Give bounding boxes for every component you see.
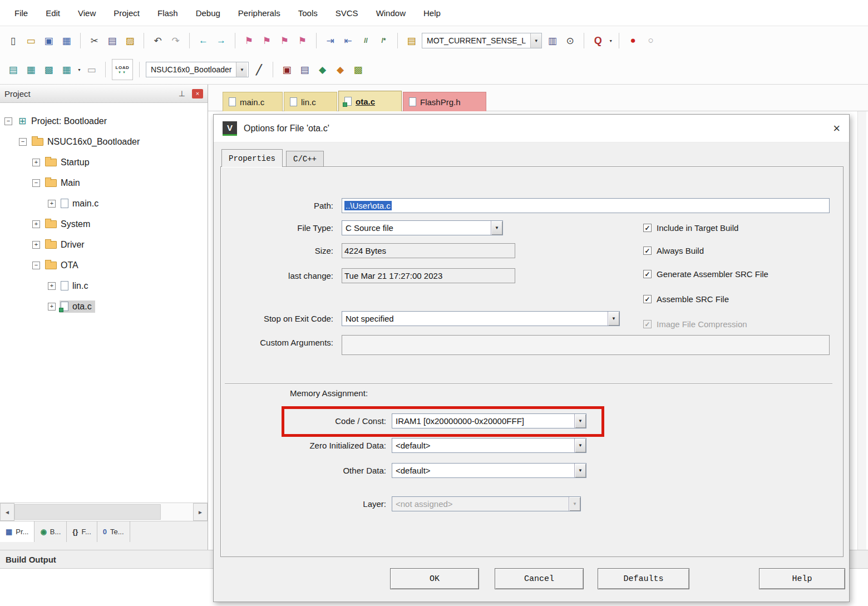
chevron-down-icon[interactable]: ▼ bbox=[574, 439, 586, 452]
expander-icon[interactable]: − bbox=[19, 138, 27, 146]
checkbox-assemble-src-file[interactable]: ✓ Assemble SRC File bbox=[643, 294, 729, 304]
custom-arguments-input[interactable] bbox=[342, 335, 830, 355]
menu-flash[interactable]: Flash bbox=[157, 8, 178, 18]
find-in-files-icon[interactable]: ▥ bbox=[545, 33, 560, 48]
clear-bookmarks-icon[interactable]: ⚑ bbox=[295, 33, 310, 48]
defaults-button[interactable]: Defaults bbox=[598, 568, 689, 589]
editor-vertical-scrollbar[interactable] bbox=[857, 111, 866, 550]
menu-file[interactable]: File bbox=[14, 8, 28, 18]
code-const-select[interactable]: IRAM1 [0x20000000-0x20000FFF] ▼ bbox=[392, 413, 586, 428]
tab-c-cpp[interactable]: C/C++ bbox=[286, 151, 324, 166]
tree-item-main-group[interactable]: − Main bbox=[0, 173, 208, 193]
expander-icon[interactable]: + bbox=[32, 220, 40, 228]
panel-close-icon[interactable]: × bbox=[192, 89, 203, 98]
toggle-bookmark-icon[interactable]: ⚑ bbox=[241, 33, 257, 48]
menu-svcs[interactable]: SVCS bbox=[336, 8, 358, 18]
menu-tools[interactable]: Tools bbox=[298, 8, 318, 18]
chevron-down-icon[interactable]: ▼ bbox=[530, 33, 541, 48]
menu-peripherals[interactable]: Peripherals bbox=[238, 8, 280, 18]
menu-debug[interactable]: Debug bbox=[196, 8, 220, 18]
tab-functions-pane[interactable]: {} F... bbox=[67, 521, 97, 542]
navigate-forward-icon[interactable]: → bbox=[214, 33, 229, 48]
expander-icon[interactable]: + bbox=[32, 159, 40, 166]
outdent-icon[interactable]: ⇤ bbox=[341, 33, 356, 48]
menu-view[interactable]: View bbox=[78, 8, 96, 18]
help-button[interactable]: Help bbox=[759, 568, 845, 589]
save-all-icon[interactable]: ▦ bbox=[59, 33, 74, 48]
tree-item-driver[interactable]: + Driver bbox=[0, 234, 208, 255]
save-icon[interactable]: ▣ bbox=[41, 33, 56, 48]
cancel-button[interactable]: Cancel bbox=[495, 568, 584, 589]
tab-templates-pane[interactable]: 0 Te... bbox=[97, 521, 130, 542]
pack-installer-icon[interactable]: ◆ bbox=[315, 62, 330, 77]
chevron-down-icon[interactable]: ▼ bbox=[574, 414, 586, 428]
scroll-right-icon[interactable]: ► bbox=[193, 503, 208, 521]
dialog-close-button[interactable]: × bbox=[833, 122, 840, 135]
navigate-back-icon[interactable]: ← bbox=[196, 33, 211, 48]
menu-project[interactable]: Project bbox=[114, 8, 140, 18]
breakpoint-icon[interactable]: ● bbox=[625, 33, 640, 48]
uncomment-selection-icon[interactable]: /* bbox=[376, 33, 391, 48]
comment-selection-icon[interactable]: // bbox=[358, 33, 373, 48]
undo-icon[interactable]: ↶ bbox=[150, 33, 165, 48]
load-flash-button[interactable]: LOAD ▼▼ bbox=[112, 59, 133, 80]
tab-project-pane[interactable]: ▦ Pr... bbox=[0, 521, 34, 542]
quick-search-icon[interactable]: Q bbox=[590, 33, 605, 48]
tree-item-main-c[interactable]: + main.c bbox=[0, 193, 208, 214]
checkbox-generate-assembler-src[interactable]: ✓ Generate Assembler SRC File bbox=[643, 269, 768, 279]
path-input[interactable]: ..\User\ota.c bbox=[342, 198, 830, 213]
checkbox-include-in-target-build[interactable]: ✓ Include in Target Build bbox=[643, 223, 738, 233]
chevron-down-icon[interactable]: ▼ bbox=[77, 68, 81, 72]
other-data-select[interactable]: <default> ▼ bbox=[392, 463, 586, 478]
menu-window[interactable]: Window bbox=[376, 8, 406, 18]
new-file-icon[interactable]: ▯ bbox=[6, 33, 21, 48]
options-for-target-icon[interactable]: ╱ bbox=[251, 62, 267, 77]
expander-icon[interactable]: + bbox=[48, 303, 56, 311]
configure-flags-icon[interactable]: ▤ bbox=[404, 33, 419, 48]
next-bookmark-icon[interactable]: ⚑ bbox=[259, 33, 274, 48]
chevron-down-icon[interactable]: ▼ bbox=[608, 312, 619, 326]
expander-icon[interactable]: − bbox=[4, 117, 12, 125]
open-folder-icon[interactable]: ▭ bbox=[23, 33, 38, 48]
build-icon[interactable]: ▦ bbox=[23, 62, 38, 77]
chevron-down-icon[interactable]: ▼ bbox=[609, 39, 613, 43]
tree-item-lin-c[interactable]: + lin.c bbox=[0, 275, 208, 296]
scrollbar-thumb[interactable] bbox=[14, 504, 161, 520]
expander-icon[interactable]: − bbox=[32, 179, 40, 187]
expander-icon[interactable]: + bbox=[32, 241, 40, 249]
cut-icon[interactable]: ✂ bbox=[87, 33, 102, 48]
flash-tools-icon[interactable]: ▩ bbox=[351, 62, 366, 77]
binoculars-search-icon[interactable]: ⊙ bbox=[563, 33, 578, 48]
scrollbar-track[interactable] bbox=[14, 503, 193, 521]
tab-lin-c[interactable]: lin.c bbox=[284, 92, 337, 111]
tree-item-ota-c[interactable]: + ota.c bbox=[0, 296, 208, 317]
copy-icon[interactable]: ▤ bbox=[105, 33, 120, 48]
expander-icon[interactable]: + bbox=[48, 282, 56, 290]
books-window-icon[interactable]: ▤ bbox=[297, 62, 312, 77]
zero-initialized-data-select[interactable]: <default> ▼ bbox=[392, 438, 586, 453]
manage-runtime-environment-icon[interactable]: ◆ bbox=[333, 62, 348, 77]
tab-main-c[interactable]: main.c bbox=[223, 92, 283, 111]
batch-build-icon[interactable]: ▦ bbox=[59, 62, 74, 77]
stop-on-exit-select[interactable]: Not specified ▼ bbox=[342, 311, 620, 326]
expander-icon[interactable]: − bbox=[32, 262, 40, 269]
tree-item-ota-group[interactable]: − OTA bbox=[0, 255, 208, 275]
tab-flashprg-h[interactable]: FlashPrg.h bbox=[403, 92, 486, 111]
pin-icon[interactable]: ⊥ bbox=[179, 89, 185, 98]
indent-icon[interactable]: ⇥ bbox=[323, 33, 338, 48]
tab-properties[interactable]: Properties bbox=[221, 149, 283, 167]
scroll-left-icon[interactable]: ◄ bbox=[0, 503, 14, 521]
tree-item-startup[interactable]: + Startup bbox=[0, 152, 208, 173]
chevron-down-icon[interactable]: ▼ bbox=[491, 221, 502, 235]
chevron-down-icon[interactable]: ▼ bbox=[574, 464, 586, 477]
menu-help[interactable]: Help bbox=[423, 8, 441, 18]
menu-edit[interactable]: Edit bbox=[46, 8, 60, 18]
tree-item-project-root[interactable]: − ⊞ Project: Bootloader bbox=[0, 111, 208, 131]
tree-item-system[interactable]: + System bbox=[0, 214, 208, 234]
tab-ota-c[interactable]: ota.c bbox=[338, 91, 402, 111]
prev-bookmark-icon[interactable]: ⚑ bbox=[277, 33, 292, 48]
ok-button[interactable]: OK bbox=[390, 568, 479, 589]
disable-breakpoint-icon[interactable]: ○ bbox=[643, 33, 658, 48]
redo-icon[interactable]: ↷ bbox=[168, 33, 183, 48]
paste-icon[interactable]: ▨ bbox=[122, 33, 137, 48]
